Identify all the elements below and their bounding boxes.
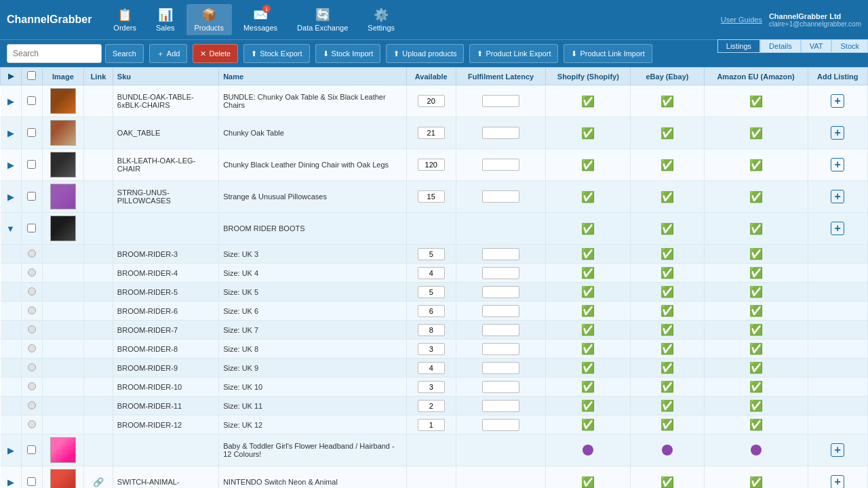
shopify-cell[interactable]: ✅ (546, 321, 631, 340)
latency-input[interactable] (482, 127, 519, 139)
ebay-cell[interactable] (631, 434, 704, 466)
available-input[interactable] (418, 159, 445, 171)
add-listing-button[interactable]: + (831, 190, 844, 203)
ebay-cell[interactable]: ✅ (631, 378, 704, 396)
ebay-cell[interactable]: ✅ (631, 245, 704, 264)
expand-cell[interactable]: ▼ (1, 213, 22, 245)
link-icon[interactable]: 🔗 (93, 477, 104, 487)
collapse-arrow-icon[interactable]: ▼ (6, 224, 15, 234)
nav-data-exchange[interactable]: 🔄 Data Exchange (289, 4, 356, 35)
nav-orders[interactable]: 📋 Orders (105, 4, 144, 35)
product-link-export-button[interactable]: ⬆ Product Link Export (469, 44, 558, 63)
available-input[interactable] (418, 362, 445, 374)
shopify-cell[interactable]: ✅ (546, 378, 631, 396)
ebay-cell[interactable]: ✅ (631, 359, 704, 378)
expand-cell[interactable]: ▶ (1, 434, 22, 466)
ebay-cell[interactable]: ✅ (631, 213, 704, 245)
shopify-cell[interactable]: ✅ (546, 245, 631, 264)
available-input[interactable] (418, 400, 445, 412)
available-input[interactable] (418, 190, 445, 203)
available-input[interactable] (418, 324, 445, 336)
amazon-cell[interactable] (704, 434, 808, 466)
search-button[interactable]: Search (105, 44, 144, 63)
upload-products-button[interactable]: ⬆ Upload products (386, 44, 464, 63)
amazon-cell[interactable]: ✅ (704, 378, 808, 396)
row-checkbox[interactable] (27, 160, 36, 169)
latency-input[interactable] (482, 419, 519, 431)
ebay-cell[interactable]: ✅ (631, 321, 704, 340)
amazon-cell[interactable]: ✅ (704, 283, 808, 302)
ebay-cell[interactable]: ✅ (631, 117, 704, 149)
available-input[interactable] (418, 343, 445, 355)
search-input[interactable] (7, 44, 102, 63)
amazon-cell[interactable]: ✅ (704, 117, 808, 149)
add-listing-cell[interactable]: + (808, 117, 867, 149)
stock-import-button[interactable]: ⬇ Stock Import (315, 44, 381, 63)
add-listing-button[interactable]: + (831, 126, 844, 140)
amazon-cell[interactable]: ✅ (704, 181, 808, 213)
add-listing-cell[interactable]: + (808, 213, 867, 245)
amazon-cell[interactable]: ✅ (704, 85, 808, 117)
latency-input[interactable] (482, 324, 519, 336)
user-guide-link[interactable]: User Guides (721, 16, 762, 24)
row-checkbox[interactable] (27, 224, 36, 232)
expand-arrow-icon[interactable]: ▶ (7, 96, 14, 106)
available-input[interactable] (418, 127, 445, 139)
amazon-cell[interactable]: ✅ (704, 302, 808, 321)
latency-input[interactable] (482, 305, 519, 317)
row-checkbox[interactable] (27, 445, 36, 454)
row-checkbox[interactable] (27, 192, 36, 201)
shopify-cell[interactable]: ✅ (546, 302, 631, 321)
tab-details[interactable]: Details (760, 39, 801, 53)
nav-messages[interactable]: ✉️1 Messages (235, 4, 285, 35)
shopify-cell[interactable]: ✅ (546, 359, 631, 378)
latency-input[interactable] (482, 267, 519, 279)
expand-cell[interactable]: ▶ (1, 85, 22, 117)
amazon-cell[interactable]: ✅ (704, 466, 808, 489)
shopify-cell[interactable]: ✅ (546, 396, 631, 415)
amazon-cell[interactable]: ✅ (704, 415, 808, 434)
add-button[interactable]: ＋ Add (149, 44, 188, 63)
ebay-cell[interactable]: ✅ (631, 181, 704, 213)
expand-arrow-icon[interactable]: ▶ (7, 445, 14, 455)
expand-arrow-icon[interactable]: ▶ (7, 192, 14, 202)
ebay-cell[interactable]: ✅ (631, 466, 704, 489)
row-checkbox[interactable] (27, 477, 36, 486)
shopify-cell[interactable]: ✅ (546, 340, 631, 359)
expand-arrow-icon[interactable]: ▶ (7, 160, 14, 170)
latency-input[interactable] (482, 248, 519, 260)
ebay-cell[interactable]: ✅ (631, 340, 704, 359)
latency-input[interactable] (482, 400, 519, 412)
latency-input[interactable] (482, 190, 519, 203)
expand-cell[interactable]: ▶ (1, 117, 22, 149)
amazon-cell[interactable]: ✅ (704, 359, 808, 378)
add-listing-button[interactable]: + (831, 443, 844, 457)
shopify-cell[interactable]: ✅ (546, 149, 631, 181)
available-input[interactable] (418, 95, 445, 107)
link-cell[interactable]: ✏ (84, 149, 113, 181)
available-input[interactable] (418, 419, 445, 431)
add-listing-button[interactable]: + (831, 222, 844, 235)
add-listing-cell[interactable]: + (808, 466, 867, 489)
link-cell[interactable]: ✏ (84, 117, 113, 149)
expand-cell[interactable]: ▶ (1, 466, 22, 489)
add-listing-button[interactable]: + (831, 94, 844, 108)
available-input[interactable] (418, 267, 445, 279)
amazon-cell[interactable]: ✅ (704, 149, 808, 181)
ebay-cell[interactable]: ✅ (631, 415, 704, 434)
expand-arrow-icon[interactable]: ▶ (7, 128, 14, 138)
nav-settings[interactable]: ⚙️ Settings (359, 4, 403, 35)
shopify-cell[interactable]: ✅ (546, 85, 631, 117)
shopify-cell[interactable]: ✅ (546, 466, 631, 489)
link-cell[interactable]: 🔗 (84, 466, 113, 489)
ebay-cell[interactable]: ✅ (631, 302, 704, 321)
expand-cell[interactable]: ▶ (1, 149, 22, 181)
select-all-checkbox[interactable] (27, 71, 36, 80)
latency-input[interactable] (482, 343, 519, 355)
available-input[interactable] (418, 305, 445, 317)
latency-input[interactable] (482, 381, 519, 393)
latency-input[interactable] (482, 286, 519, 298)
shopify-cell[interactable]: ✅ (546, 213, 631, 245)
delete-button[interactable]: ✕ Delete (193, 44, 238, 63)
row-checkbox[interactable] (27, 96, 36, 105)
